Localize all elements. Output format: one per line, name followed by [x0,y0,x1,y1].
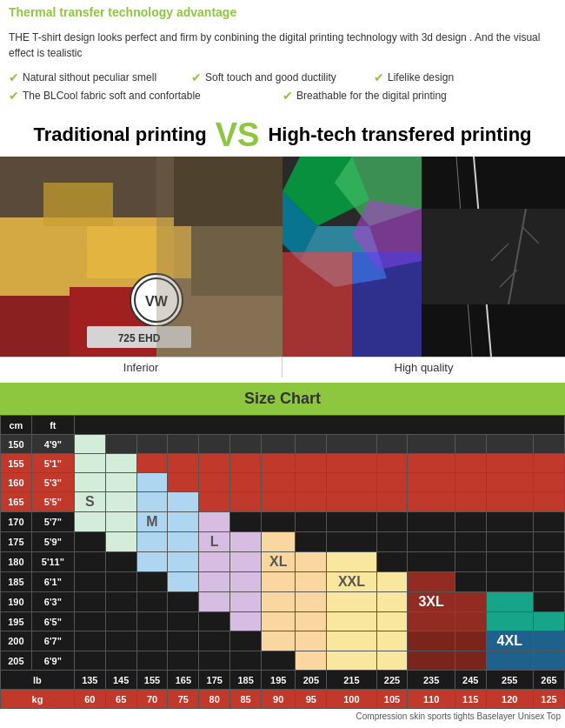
footer-text: Compression skin sports tights Baselayer… [0,709,565,724]
size-table-wrapper: cm ft 150 4'9" [0,415,565,709]
feature-5: ✔ Breathable for the digital printing [282,90,556,103]
inferior-label: Inferior [0,357,282,377]
hightech-label: High-tech transfered printing [268,124,531,146]
traditional-image: VW 725 EHD [0,157,282,357]
check-icon-4: ✔ [9,89,19,103]
description-text: THE T-shirt design looks perfect and fir… [0,23,565,68]
comparison-images: VW 725 EHD [0,157,565,357]
page-title: Thermal transfer technology advantage [0,0,565,23]
vs-label: VS [216,118,260,151]
svg-text:725 EHD: 725 EHD [118,332,161,344]
table-row: 155 5'1" [1,454,565,473]
table-row: 200 6'7" 4XL [1,631,565,651]
size-3xl-label: 3XL [418,594,443,609]
size-m-label: M [146,514,157,529]
feature-3-text: Lifelike design [388,71,454,83]
table-row: 150 4'9" [1,435,565,454]
header-empty [74,416,564,435]
table-row: 205 6'9" [1,651,565,671]
check-icon-1: ✔ [9,70,19,84]
svg-rect-23 [282,252,352,357]
size-s-label: S [85,494,95,509]
svg-rect-6 [0,296,70,357]
features-row1: ✔ Natural sithout peculiar smell ✔ Soft … [0,68,565,88]
size-chart-title: Size Chart [0,383,565,415]
svg-rect-15 [156,157,282,357]
table-row: 170 5'7" M [1,512,565,532]
quality-label: High quality [282,357,565,377]
feature-5-text: Breathable for the digital printing [296,90,447,102]
table-footer-lb: lb 135 145 155 165 175 185 195 205 215 2… [1,671,565,690]
size-4xl-label: 4XL [497,633,522,648]
check-icon-2: ✔ [191,70,202,84]
table-row: 195 6'5" [1,612,565,631]
table-row: 190 6'3" 3XL [1,592,565,612]
size-l-label: L [210,534,219,549]
header-cm: cm [1,416,32,435]
page-wrapper: Thermal transfer technology advantage TH… [0,0,565,724]
comparison-labels: Inferior High quality [0,357,565,377]
table-row: 160 5'3" [1,473,565,492]
table-row: 185 6'1" XXL [1,572,565,592]
size-xxl-label: XXL [338,574,365,589]
svg-rect-4 [43,183,113,226]
table-row: 175 5'9" L [1,532,565,552]
table-footer-kg: kg 60 65 70 75 80 85 90 95 100 105 110 1… [1,690,565,709]
features-row2: ✔ The BLCool fabric soft and confortable… [0,88,565,110]
size-table: cm ft 150 4'9" [0,415,565,709]
size-xl-label: XL [269,554,287,569]
traditional-label: Traditional printing [33,124,206,146]
hightech-image [282,157,565,357]
feature-1-text: Natural sithout peculiar smell [23,71,156,83]
svg-rect-28 [422,209,565,304]
feature-4-text: The BLCool fabric soft and confortable [23,90,201,102]
header-ft: ft [31,416,74,435]
table-header-row: cm ft [1,416,565,435]
feature-3: ✔ Lifelike design [374,71,556,84]
check-icon-3: ✔ [374,70,384,84]
feature-2-text: Soft touch and good ductility [205,71,336,83]
table-row: 165 5'5" S [1,492,565,512]
table-row: 180 5'11" XL [1,552,565,572]
feature-2: ✔ Soft touch and good ductility [191,71,374,84]
vs-section: Traditional printing VS High-tech transf… [0,110,565,157]
feature-4: ✔ The BLCool fabric soft and confortable [9,90,282,103]
check-icon-5: ✔ [282,89,293,103]
svg-rect-24 [352,252,422,357]
feature-1: ✔ Natural sithout peculiar smell [9,71,191,84]
